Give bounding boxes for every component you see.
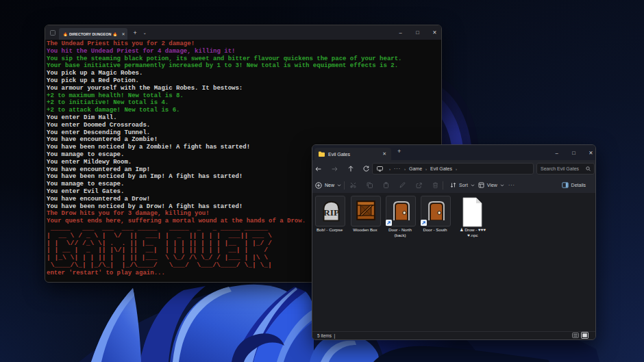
svg-text:RIP: RIP: [323, 207, 339, 218]
